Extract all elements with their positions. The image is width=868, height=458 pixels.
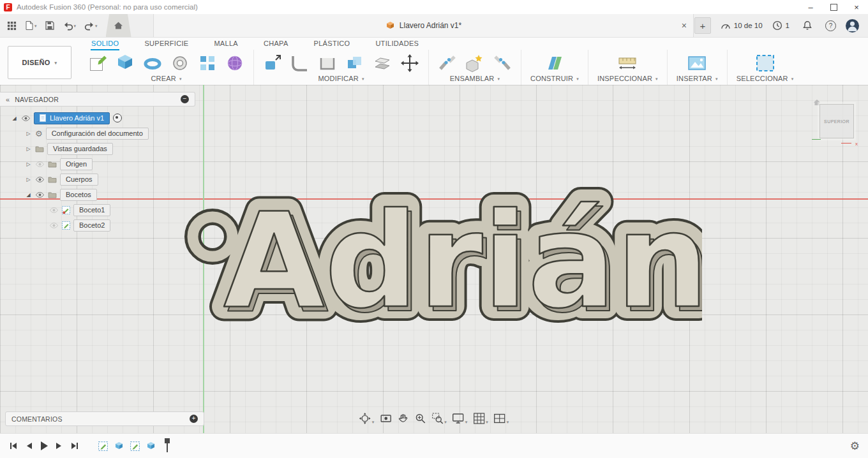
tab-utilidades[interactable]: UTILIDADES — [375, 38, 419, 50]
insert-image-icon[interactable] — [687, 54, 707, 73]
fillet-icon[interactable] — [290, 54, 310, 73]
redo-button[interactable]: ▾ — [80, 14, 101, 37]
timeline-extrude-icon[interactable] — [146, 441, 156, 451]
zoom-button[interactable] — [414, 413, 426, 424]
file-menu-button[interactable]: ▾ — [21, 14, 40, 37]
viewcube-top-face[interactable]: SUPERIOR — [824, 119, 849, 124]
tree-row-sketch1[interactable]: Boceto1 — [0, 202, 195, 218]
go-to-end-button[interactable] — [70, 441, 79, 450]
measure-icon[interactable] — [617, 54, 638, 73]
home-tab-button[interactable] — [106, 14, 131, 37]
step-back-button[interactable] — [25, 441, 33, 450]
viewport-canvas[interactable]: Adrián Adrián Adrián Adrián « NAVEGADOR … — [0, 85, 868, 434]
tree-row-bodies[interactable]: ▷ Cuerpos — [0, 172, 195, 187]
fit-button[interactable]: ▾ — [431, 413, 447, 424]
move-icon[interactable] — [400, 54, 419, 73]
document-settings-item[interactable]: Configuración del documento — [46, 128, 149, 140]
job-status-button[interactable]: 10 de 10 — [721, 20, 763, 31]
combine-icon[interactable] — [345, 54, 364, 73]
tree-row-named-views[interactable]: ▷ Vistas guardadas — [0, 141, 195, 156]
crear-dropdown[interactable]: CREAR ▾ — [151, 75, 181, 82]
viewcube[interactable]: SUPERIOR — [819, 104, 854, 138]
visibility-eye-icon[interactable] — [21, 115, 31, 121]
app-grid-button[interactable] — [4, 14, 20, 37]
tab-malla[interactable]: MALLA — [213, 38, 239, 50]
timeline-settings-gear-icon[interactable]: ⚙ — [850, 441, 868, 452]
cylinder-icon[interactable] — [170, 54, 190, 73]
press-pull-icon[interactable] — [263, 54, 282, 73]
sketches-folder-item[interactable]: Bocetos — [60, 189, 97, 201]
select-window-icon[interactable] — [754, 53, 776, 73]
offset-face-icon[interactable] — [373, 54, 392, 73]
origin-item[interactable]: Origen — [60, 158, 93, 170]
shell-icon[interactable] — [318, 54, 337, 73]
step-forward-button[interactable] — [56, 441, 63, 450]
help-button[interactable]: ? — [825, 20, 836, 31]
tree-row-sketch2[interactable]: Boceto2 — [0, 218, 195, 233]
form-sphere-icon[interactable] — [225, 54, 244, 73]
go-to-start-button[interactable] — [9, 441, 18, 450]
display-settings-button[interactable]: ▾ — [453, 413, 468, 424]
expander-open-icon[interactable]: ◢ — [25, 192, 32, 198]
tab-chapa[interactable]: CHAPA — [263, 38, 289, 50]
activate-component-radio[interactable] — [113, 114, 122, 122]
maximize-button[interactable] — [822, 0, 845, 14]
expander-closed-icon[interactable]: ▷ — [25, 131, 32, 137]
add-comment-button[interactable]: + — [190, 415, 198, 423]
timeline-extrude-icon[interactable] — [114, 441, 124, 451]
document-tab[interactable]: Llavero Adrián v1* × — [153, 14, 694, 37]
bodies-item[interactable]: Cuerpos — [60, 174, 98, 186]
look-at-button[interactable] — [380, 413, 391, 424]
pan-button[interactable] — [397, 413, 408, 424]
tab-plastico[interactable]: PLÁSTICO — [313, 38, 351, 50]
timeline-position-marker[interactable] — [167, 440, 168, 452]
create-sketch-icon[interactable] — [88, 54, 107, 73]
tree-row-origin[interactable]: ▷ Origen — [0, 156, 195, 172]
visibility-eye-off-icon[interactable] — [49, 223, 59, 228]
tab-superficie[interactable]: SUPERFICIE — [144, 38, 189, 50]
visibility-eye-off-icon[interactable] — [49, 207, 59, 213]
pattern-icon[interactable] — [198, 54, 217, 73]
viewports-button[interactable]: ▾ — [494, 413, 509, 424]
insertar-dropdown[interactable]: INSERTAR ▾ — [677, 75, 718, 82]
minimize-panel-button[interactable]: − — [181, 95, 189, 103]
comments-panel[interactable]: COMENTARIOS + — [5, 411, 204, 426]
expander-closed-icon[interactable]: ▷ — [25, 161, 32, 167]
grid-snap-button[interactable]: ▾ — [473, 413, 488, 424]
as-built-joint-icon[interactable] — [493, 54, 512, 73]
undo-button[interactable]: ▾ — [59, 14, 80, 37]
visibility-eye-icon[interactable] — [35, 192, 45, 198]
construir-dropdown[interactable]: CONSTRUIR ▾ — [530, 75, 579, 82]
root-component-item[interactable]: Llavero Adrián v1 — [34, 112, 110, 124]
close-document-button[interactable]: × — [682, 14, 687, 37]
tab-solido[interactable]: SOLIDO — [91, 38, 119, 50]
sketch2-item[interactable]: Boceto2 — [73, 219, 110, 232]
named-views-item[interactable]: Vistas guardadas — [47, 143, 113, 155]
seleccionar-dropdown[interactable]: SELECCIONAR ▾ — [737, 75, 794, 82]
expander-open-icon[interactable]: ◢ — [11, 115, 18, 121]
box-primitive-icon[interactable] — [116, 54, 135, 73]
collapse-panel-icon[interactable]: « — [6, 96, 9, 103]
close-window-button[interactable]: × — [845, 0, 868, 14]
workspace-selector[interactable]: DISEÑO ▾ — [8, 46, 71, 79]
timeline-sketch-icon[interactable] — [130, 441, 140, 451]
navigator-header[interactable]: « NAVEGADOR − — [0, 92, 195, 107]
new-component-icon[interactable] — [465, 54, 484, 73]
torus-revolve-icon[interactable] — [143, 54, 162, 73]
user-avatar[interactable] — [846, 19, 859, 33]
modificar-dropdown[interactable]: MODIFICAR ▾ — [318, 75, 364, 82]
tree-row-document-settings[interactable]: ▷ ⚙ Configuración del documento — [0, 126, 195, 141]
construction-plane-icon[interactable] — [544, 54, 565, 73]
tree-row-root[interactable]: ◢ Llavero Adrián v1 — [0, 110, 195, 126]
visibility-eye-icon[interactable] — [35, 177, 45, 182]
keychain-model[interactable]: Adrián Adrián Adrián Adrián — [179, 181, 702, 372]
expander-closed-icon[interactable]: ▷ — [25, 177, 32, 182]
timeline-marker-handle[interactable] — [165, 438, 170, 443]
sketch1-item[interactable]: Boceto1 — [73, 204, 110, 216]
minimize-button[interactable]: – — [799, 0, 822, 14]
new-document-tab-button[interactable]: + — [694, 17, 711, 34]
save-button[interactable] — [41, 14, 58, 37]
ensamblar-dropdown[interactable]: ENSAMBLAR ▾ — [450, 75, 500, 82]
tree-row-sketches[interactable]: ◢ Bocetos — [0, 187, 195, 202]
expander-closed-icon[interactable]: ▷ — [25, 146, 32, 152]
